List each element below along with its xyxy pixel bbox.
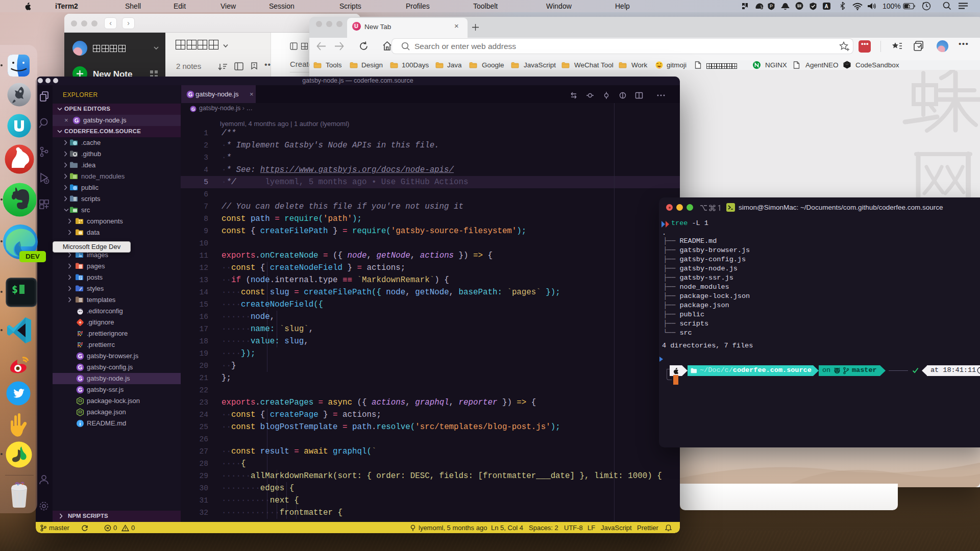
svg-text:A: A [825, 4, 828, 9]
svg-text:$: $ [12, 283, 18, 295]
svg-text:G: G [78, 387, 83, 393]
svg-text:G: G [78, 364, 83, 370]
svg-text:P: P [770, 4, 773, 9]
svg-text:G: G [75, 117, 79, 123]
svg-text:G: G [188, 91, 193, 97]
svg-text:G: G [78, 353, 83, 359]
svg-text:G: G [191, 107, 195, 112]
svg-text:G: G [78, 375, 83, 382]
